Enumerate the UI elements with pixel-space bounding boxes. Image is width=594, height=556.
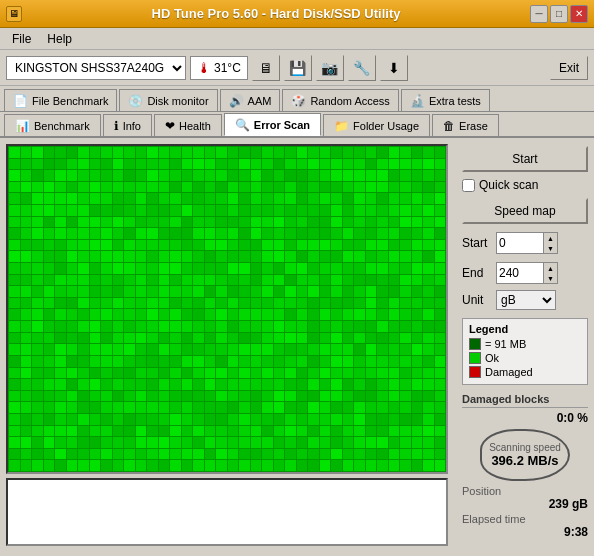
minimize-button[interactable]: ─ xyxy=(530,5,548,23)
grid-cell xyxy=(239,298,250,309)
drive-select[interactable]: KINGSTON SHSS37A240G (240 gB) xyxy=(6,56,186,80)
end-range-spin-up[interactable]: ▲ xyxy=(543,263,557,273)
toolbar-btn-5[interactable]: ⬇ xyxy=(380,55,408,81)
tab-aam[interactable]: 🔊 AAM xyxy=(220,89,281,111)
grid-cell xyxy=(285,275,296,286)
grid-cell xyxy=(32,275,43,286)
grid-cell xyxy=(193,391,204,402)
grid-cell xyxy=(297,240,308,251)
grid-cell xyxy=(412,391,423,402)
grid-cell xyxy=(262,193,273,204)
toolbar-btn-2[interactable]: 💾 xyxy=(284,55,312,81)
toolbar-btn-1[interactable]: 🖥 xyxy=(252,55,280,81)
tab-file-benchmark[interactable]: 📄 File Benchmark xyxy=(4,89,117,111)
grid-cell xyxy=(193,460,204,471)
grid-cell xyxy=(228,286,239,297)
maximize-button[interactable]: □ xyxy=(550,5,568,23)
grid-cell xyxy=(412,182,423,193)
grid-cell xyxy=(159,368,170,379)
tab-info[interactable]: ℹ Info xyxy=(103,114,152,136)
grid-cell xyxy=(366,170,377,181)
grid-cell xyxy=(354,321,365,332)
grid-cell xyxy=(136,298,147,309)
file-benchmark-icon: 📄 xyxy=(13,94,28,108)
grid-cell xyxy=(320,368,331,379)
grid-cell xyxy=(136,275,147,286)
grid-cell xyxy=(205,321,216,332)
grid-cell xyxy=(354,414,365,425)
grid-cell xyxy=(435,286,446,297)
end-range-input[interactable] xyxy=(497,263,543,283)
grid-cell xyxy=(331,298,342,309)
tab-erase[interactable]: 🗑 Erase xyxy=(432,114,499,136)
close-button[interactable]: ✕ xyxy=(570,5,588,23)
legend-swatch-91mb xyxy=(469,338,481,350)
grid-cell xyxy=(55,356,66,367)
menu-file[interactable]: File xyxy=(4,30,39,48)
grid-cell xyxy=(182,205,193,216)
menu-help[interactable]: Help xyxy=(39,30,80,48)
grid-cell xyxy=(21,449,32,460)
grid-cell xyxy=(170,309,181,320)
grid-cell xyxy=(228,251,239,262)
grid-cell xyxy=(423,344,434,355)
grid-cell xyxy=(159,228,170,239)
grid-cell xyxy=(113,321,124,332)
grid-cell xyxy=(32,460,43,471)
grid-cell xyxy=(147,170,158,181)
grid-cell xyxy=(239,205,250,216)
grid-cell xyxy=(412,437,423,448)
grid-cell xyxy=(251,193,262,204)
grid-cell xyxy=(308,426,319,437)
grid-cell xyxy=(55,426,66,437)
toolbar-btn-3[interactable]: 📷 xyxy=(316,55,344,81)
grid-cell xyxy=(389,298,400,309)
grid-cell xyxy=(216,217,227,228)
grid-cell xyxy=(55,228,66,239)
grid-cell xyxy=(78,170,89,181)
tab-random-access[interactable]: 🎲 Random Access xyxy=(282,89,398,111)
start-range-input[interactable] xyxy=(497,233,543,253)
grid-cell xyxy=(44,170,55,181)
grid-cell xyxy=(21,321,32,332)
grid-cell xyxy=(366,402,377,413)
speed-map-button[interactable]: Speed map xyxy=(462,198,588,224)
grid-cell xyxy=(32,402,43,413)
scan-grid xyxy=(8,146,446,472)
error-scan-icon: 🔍 xyxy=(235,118,250,132)
grid-cell xyxy=(239,286,250,297)
grid-cell xyxy=(400,263,411,274)
grid-cell xyxy=(136,391,147,402)
grid-cell xyxy=(21,298,32,309)
start-range-spin-down[interactable]: ▼ xyxy=(543,243,557,253)
extra-tests-icon: 🔬 xyxy=(410,94,425,108)
tab-extra-tests[interactable]: 🔬 Extra tests xyxy=(401,89,490,111)
toolbar-btn-4[interactable]: 🔧 xyxy=(348,55,376,81)
grid-cell xyxy=(308,402,319,413)
start-button[interactable]: Start xyxy=(462,146,588,172)
grid-cell xyxy=(297,251,308,262)
grid-cell xyxy=(320,159,331,170)
legend-item-damaged: Damaged xyxy=(469,366,581,378)
grid-cell xyxy=(366,251,377,262)
grid-cell xyxy=(343,402,354,413)
tab-health[interactable]: ❤ Health xyxy=(154,114,222,136)
grid-cell xyxy=(239,228,250,239)
tab-error-scan[interactable]: 🔍 Error Scan xyxy=(224,113,321,136)
tab-benchmark[interactable]: 📊 Benchmark xyxy=(4,114,101,136)
grid-cell xyxy=(9,391,20,402)
quick-scan-checkbox[interactable] xyxy=(462,179,475,192)
end-range-spin-down[interactable]: ▼ xyxy=(543,273,557,283)
tab-folder-usage[interactable]: 📁 Folder Usage xyxy=(323,114,430,136)
grid-cell xyxy=(113,414,124,425)
exit-button[interactable]: Exit xyxy=(550,56,588,80)
tab-bar-secondary: 📊 Benchmark ℹ Info ❤ Health 🔍 Error Scan… xyxy=(0,112,594,138)
grid-cell xyxy=(331,170,342,181)
grid-cell xyxy=(354,402,365,413)
grid-cell xyxy=(9,263,20,274)
grid-cell xyxy=(55,391,66,402)
start-range-spin-up[interactable]: ▲ xyxy=(543,233,557,243)
grid-cell xyxy=(400,251,411,262)
unit-select[interactable]: gB MB xyxy=(496,290,556,310)
tab-disk-monitor[interactable]: 💿 Disk monitor xyxy=(119,89,217,111)
